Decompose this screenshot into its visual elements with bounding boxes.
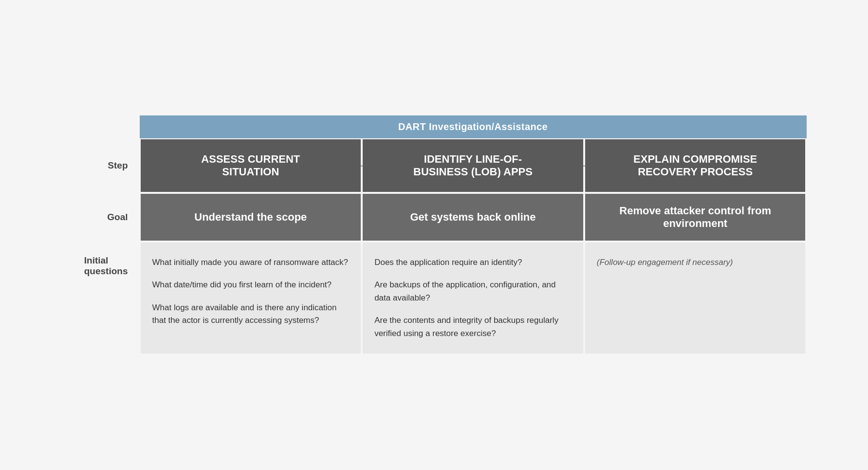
question-assess-3: What logs are available and is there any… <box>152 301 350 327</box>
questions-cell-explain: (Follow-up engagement if necessary) <box>585 243 806 354</box>
dart-banner: DART Investigation/Assistance <box>140 115 807 138</box>
step-title-explain: EXPLAIN COMPROMISERECOVERY PROCESS <box>633 153 757 178</box>
goal-text-assess: Understand the scope <box>194 211 307 224</box>
question-assess-1: What initially made you aware of ransomw… <box>152 256 350 269</box>
goal-cell-assess: Understand the scope <box>141 194 361 241</box>
diagram-container: DART Investigation/Assistance Step ASSES… <box>33 96 836 374</box>
step-title-assess: ASSESS CURRENTSITUATION <box>201 153 300 178</box>
step-cell-assess: ASSESS CURRENTSITUATION <box>141 139 361 192</box>
questions-cell-assess: What initially made you aware of ransomw… <box>141 243 361 354</box>
goal-cell-explain: Remove attacker control from environment <box>585 194 806 241</box>
goal-label: Goal <box>62 193 140 242</box>
step-cell-identify: IDENTIFY LINE-OF-BUSINESS (LOB) APPS <box>363 139 583 192</box>
question-explain-1: (Follow-up engagement if necessary) <box>597 256 794 269</box>
questions-label-text: Initialquestions <box>84 255 128 277</box>
question-identify-3: Are the contents and integrity of backup… <box>374 314 572 340</box>
goal-text-identify: Get systems back online <box>410 211 536 224</box>
goal-cell-identify: Get systems back online <box>363 194 583 241</box>
step-title-identify: IDENTIFY LINE-OF-BUSINESS (LOB) APPS <box>413 153 533 178</box>
question-identify-1: Does the application require an identity… <box>374 256 572 269</box>
questions-label: Initialquestions <box>62 242 140 355</box>
questions-cell-identify: Does the application require an identity… <box>363 243 583 354</box>
question-assess-2: What date/time did you first learn of th… <box>152 279 350 291</box>
step-label: Step <box>62 138 140 193</box>
main-grid: Step ASSESS CURRENTSITUATION IDENTIFY LI… <box>62 138 807 355</box>
step-cell-explain: EXPLAIN COMPROMISERECOVERY PROCESS <box>585 139 806 192</box>
question-identify-2: Are backups of the application, configur… <box>374 279 572 304</box>
goal-text-explain: Remove attacker control from environment <box>595 205 796 230</box>
